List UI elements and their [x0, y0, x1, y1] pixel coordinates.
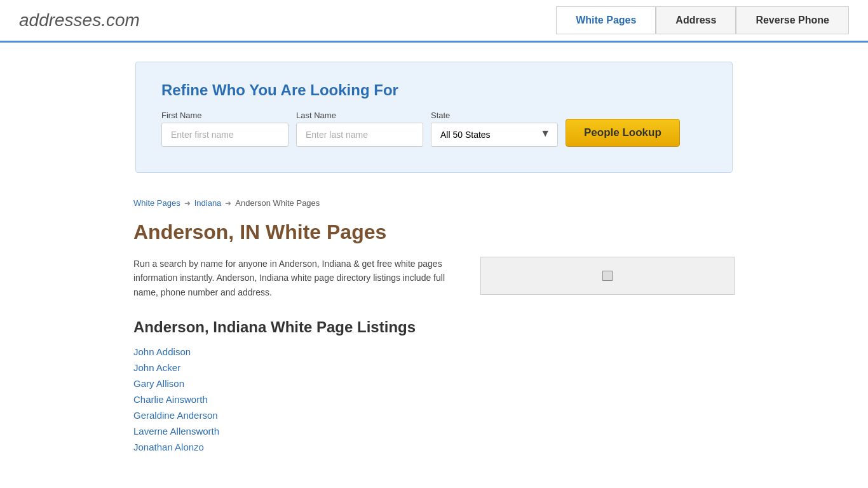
last-name-group: Last Name: [296, 111, 423, 147]
ad-image-placeholder: [602, 271, 613, 281]
listing-link[interactable]: John Addison: [133, 346, 191, 357]
header: addresses.com White Pages Address Revers…: [0, 0, 868, 43]
breadcrumb-indiana[interactable]: Indiana: [194, 198, 222, 208]
list-item: Laverne Allensworth: [133, 426, 735, 437]
state-select-group: State All 50 StatesAlabamaAlaskaArizonaA…: [431, 111, 558, 147]
first-name-label: First Name: [161, 111, 288, 120]
listings-list: John AddisonJohn AckerGary AllisonCharli…: [133, 346, 735, 452]
listing-link[interactable]: Charlie Ainsworth: [133, 394, 208, 405]
listing-link[interactable]: John Acker: [133, 362, 180, 373]
advertisement-box: [480, 257, 735, 295]
description-text: Run a search by name for anyone in Ander…: [133, 257, 468, 299]
list-item: John Acker: [133, 362, 735, 373]
breadcrumb-arrow-1: ➜: [184, 199, 191, 208]
list-item: Charlie Ainsworth: [133, 394, 735, 405]
first-name-group: First Name: [161, 111, 288, 147]
breadcrumb-current: Anderson White Pages: [235, 198, 320, 208]
content-area: Run a search by name for anyone in Ander…: [133, 257, 735, 299]
state-select[interactable]: All 50 StatesAlabamaAlaskaArizonaArkansa…: [431, 123, 558, 147]
search-title: Refine Who You Are Looking For: [161, 81, 707, 99]
listing-link[interactable]: Geraldine Anderson: [133, 410, 218, 421]
tab-white-pages[interactable]: White Pages: [556, 6, 656, 34]
main-nav: White Pages Address Reverse Phone: [556, 6, 849, 34]
breadcrumb-arrow-2: ➜: [225, 199, 231, 208]
site-logo: addresses.com: [19, 10, 140, 30]
tab-reverse-phone[interactable]: Reverse Phone: [736, 6, 849, 34]
listing-link[interactable]: Jonathan Alonzo: [133, 442, 204, 452]
breadcrumb-white-pages[interactable]: White Pages: [133, 198, 180, 208]
breadcrumb: White Pages ➜ Indiana ➜ Anderson White P…: [133, 198, 735, 208]
page-title: Anderson, IN White Pages: [133, 220, 735, 244]
listing-link[interactable]: Laverne Allensworth: [133, 426, 219, 437]
list-item: John Addison: [133, 346, 735, 357]
listing-link[interactable]: Gary Allison: [133, 378, 184, 389]
list-item: Geraldine Anderson: [133, 410, 735, 421]
list-item: Jonathan Alonzo: [133, 442, 735, 452]
state-label: State: [431, 111, 558, 120]
search-container: Refine Who You Are Looking For First Nam…: [135, 62, 733, 173]
listings-title: Anderson, Indiana White Page Listings: [133, 318, 735, 336]
last-name-label: Last Name: [296, 111, 423, 120]
tab-address[interactable]: Address: [656, 6, 736, 34]
people-lookup-button[interactable]: People Lookup: [566, 119, 680, 147]
search-fields: First Name Last Name State All 50 States…: [161, 111, 707, 147]
last-name-input[interactable]: [296, 123, 423, 147]
list-item: Gary Allison: [133, 378, 735, 389]
first-name-input[interactable]: [161, 123, 288, 147]
